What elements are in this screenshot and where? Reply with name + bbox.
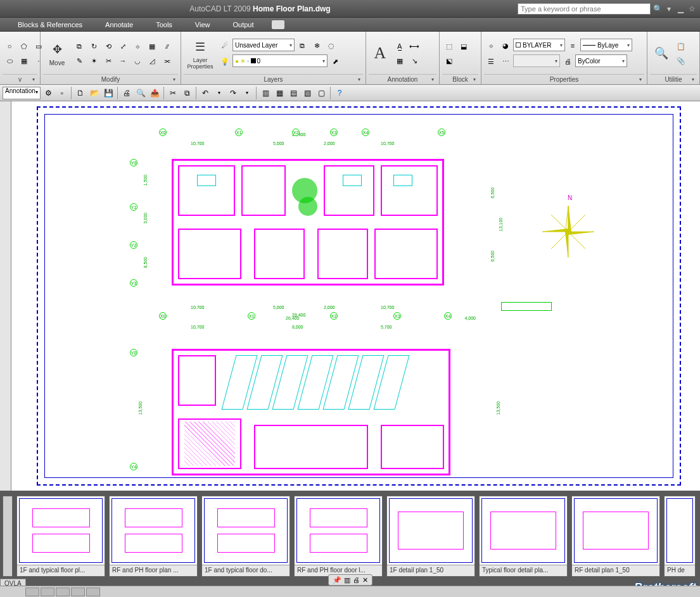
plot-preview-icon[interactable]: 🔍 bbox=[134, 87, 147, 99]
hatch-icon[interactable]: ▦ bbox=[17, 54, 31, 68]
leader-icon[interactable]: ↘ bbox=[407, 54, 421, 68]
trim-icon[interactable]: ✂ bbox=[101, 54, 115, 68]
layout-thumb[interactable]: 1F and typical floor pl... bbox=[16, 496, 105, 577]
mail-icon[interactable] bbox=[272, 20, 284, 29]
lineweight-icon[interactable]: ≡ bbox=[566, 39, 580, 53]
layout-thumb[interactable]: RF and PH floor door l... bbox=[294, 496, 383, 577]
help-icon[interactable]: ▾ bbox=[664, 4, 674, 14]
dim-icon[interactable]: ⟷ bbox=[407, 39, 421, 53]
search-go-icon[interactable]: 🔍 bbox=[652, 4, 663, 14]
copy-icon[interactable]: ⧉ bbox=[72, 39, 86, 53]
publish-icon[interactable]: 📤 bbox=[148, 87, 161, 99]
layout-thumb[interactable]: 1F and typical floor do... bbox=[201, 496, 290, 577]
open-icon[interactable]: 📂 bbox=[88, 87, 101, 99]
pin-icon[interactable]: 📌 bbox=[333, 576, 341, 584]
layer-properties-button[interactable]: ☰ Layer Properties bbox=[184, 35, 217, 73]
layer-freeze-icon[interactable]: ❄ bbox=[310, 39, 324, 53]
copy-clip-icon[interactable]: ⧉ bbox=[181, 87, 193, 99]
new-icon[interactable]: 🗋 bbox=[74, 87, 87, 99]
edit-block-icon[interactable]: ⬕ bbox=[442, 54, 456, 68]
help-icon[interactable]: ? bbox=[333, 87, 346, 99]
erase-icon[interactable]: ✎ bbox=[72, 54, 86, 68]
star-icon[interactable]: ☆ bbox=[687, 4, 697, 14]
workspace-dropdown[interactable]: Annotation bbox=[3, 87, 41, 99]
save-icon[interactable]: 💾 bbox=[102, 87, 115, 99]
redo-drop-icon[interactable]: ▾ bbox=[241, 87, 253, 99]
thumb-collapse[interactable] bbox=[3, 496, 13, 577]
tool-palette-icon[interactable]: ▤ bbox=[287, 87, 300, 99]
stretch-icon[interactable]: ⟐ bbox=[130, 39, 144, 53]
clip-icon[interactable]: 📎 bbox=[674, 54, 688, 68]
match-props-icon[interactable]: ⟐ bbox=[484, 39, 498, 53]
menu-output[interactable]: Output bbox=[222, 21, 265, 28]
menu-view[interactable]: View bbox=[184, 21, 222, 28]
publish-layout-icon[interactable]: 🖨 bbox=[353, 576, 360, 584]
new-layout-icon[interactable]: ▥ bbox=[344, 576, 350, 584]
search-input[interactable] bbox=[518, 3, 651, 15]
layer-state-dropdown[interactable]: Unsaved Layer bbox=[232, 39, 295, 51]
plotstyle-dropdown[interactable]: ByColor bbox=[575, 54, 627, 67]
layer-state-icon[interactable]: ☄ bbox=[218, 39, 232, 53]
paste-icon[interactable]: 📋 bbox=[674, 39, 688, 53]
sheet-set-icon[interactable]: ▧ bbox=[301, 87, 314, 99]
layer-match-icon[interactable]: ⬈ bbox=[328, 54, 342, 68]
pentagon-icon[interactable]: ⬠ bbox=[17, 39, 31, 53]
scale-icon[interactable]: ⤢ bbox=[116, 39, 130, 53]
osnap-toggle[interactable] bbox=[86, 588, 100, 596]
polar-toggle[interactable] bbox=[71, 588, 85, 596]
linetype-icon[interactable]: ⋯ bbox=[499, 54, 512, 68]
undo-drop-icon[interactable]: ▾ bbox=[213, 87, 226, 99]
undo-icon[interactable]: ↶ bbox=[199, 87, 212, 99]
ws-save-icon[interactable]: ▫ bbox=[56, 87, 68, 99]
join-icon[interactable]: ⫘ bbox=[160, 54, 174, 68]
menu-annotate[interactable]: Annotate bbox=[94, 21, 144, 28]
mtext-icon[interactable]: A̲ bbox=[393, 39, 407, 53]
layout-thumb[interactable]: PH de bbox=[664, 496, 696, 577]
minimize-icon[interactable]: ▁ bbox=[675, 4, 685, 14]
grid-toggle[interactable] bbox=[41, 588, 54, 596]
design-center-icon[interactable]: ▦ bbox=[273, 87, 286, 99]
prop-palette-icon[interactable]: ▥ bbox=[259, 87, 272, 99]
layout-thumb[interactable]: RF and PH floor plan ... bbox=[109, 496, 198, 577]
close-layout-icon[interactable]: ✕ bbox=[362, 576, 368, 584]
calc-icon[interactable]: ▢ bbox=[315, 87, 328, 99]
layer-off-icon[interactable]: ◌ bbox=[324, 39, 338, 53]
ortho-toggle[interactable] bbox=[56, 588, 70, 596]
color-dropdown[interactable]: BYLAYER bbox=[513, 39, 565, 51]
mirror-icon[interactable]: ⟲ bbox=[101, 39, 115, 53]
array-icon[interactable]: ▦ bbox=[145, 39, 159, 53]
move-button[interactable]: ✥ Move bbox=[43, 35, 71, 73]
current-layer-dropdown[interactable]: ●☀▫ 0 bbox=[232, 54, 328, 67]
plot-style-icon[interactable]: 🖨 bbox=[561, 54, 575, 68]
lineweight-dropdown[interactable]: ByLaye bbox=[580, 39, 632, 51]
paper-space[interactable]: 28,400 10,700 5,000 2,000 10,700 1,500 3… bbox=[11, 101, 700, 491]
create-block-icon[interactable]: ⬓ bbox=[457, 39, 471, 53]
snap-toggle[interactable] bbox=[25, 588, 39, 596]
print-icon[interactable]: 🖨 bbox=[120, 87, 133, 99]
chamfer-icon[interactable]: ◿ bbox=[145, 54, 159, 68]
layer-iso-icon[interactable]: ⧉ bbox=[295, 39, 309, 53]
linetype-dropdown[interactable] bbox=[513, 54, 560, 67]
layer-bulb-icon[interactable]: 💡 bbox=[218, 54, 232, 68]
fillet-icon[interactable]: ◡ bbox=[130, 54, 144, 68]
layout-thumb[interactable]: 1F detail plan 1_50 bbox=[386, 496, 475, 577]
table-icon[interactable]: ▦ bbox=[393, 54, 407, 68]
rotate-icon[interactable]: ↻ bbox=[87, 39, 101, 53]
layout-thumb[interactable]: RF detail plan 1_50 bbox=[571, 496, 660, 577]
cut-icon[interactable]: ✂ bbox=[167, 87, 179, 99]
redo-icon[interactable]: ↷ bbox=[227, 87, 239, 99]
circle-icon[interactable]: ○ bbox=[3, 39, 16, 53]
offset-icon[interactable]: ⫽ bbox=[160, 39, 174, 53]
measure-button[interactable]: 🔍 bbox=[650, 35, 673, 73]
color-wheel-icon[interactable]: ◕ bbox=[499, 39, 512, 53]
list-icon[interactable]: ☰ bbox=[484, 54, 498, 68]
layout-thumb[interactable]: Typical floor detail pla... bbox=[479, 496, 568, 577]
ellipse-icon[interactable]: ⬭ bbox=[3, 54, 16, 68]
menu-tools[interactable]: Tools bbox=[144, 21, 184, 28]
explode-icon[interactable]: ✶ bbox=[87, 54, 101, 68]
ws-settings-icon[interactable]: ⚙ bbox=[42, 87, 54, 99]
menu-blocks[interactable]: Blocks & References bbox=[6, 21, 94, 28]
extend-icon[interactable]: → bbox=[116, 54, 130, 68]
text-button[interactable]: A bbox=[369, 35, 391, 73]
insert-block-icon[interactable]: ⬚ bbox=[442, 39, 456, 53]
